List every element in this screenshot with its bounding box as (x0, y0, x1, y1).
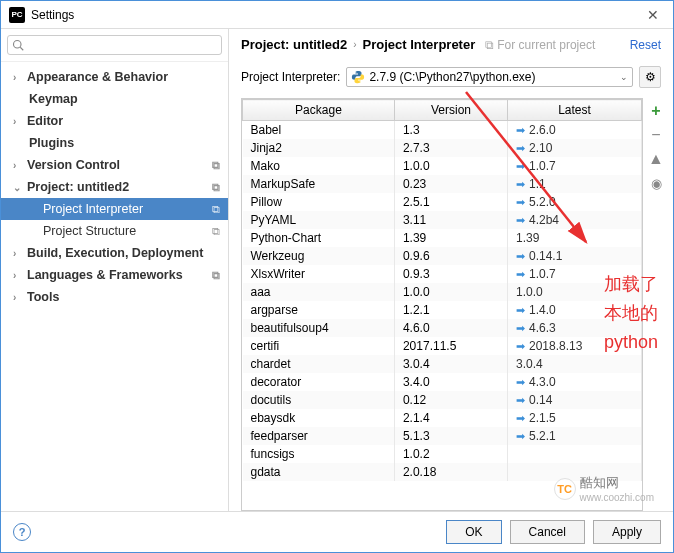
cell-latest (508, 445, 642, 463)
table-row[interactable]: Pillow2.5.1➡5.2.0 (243, 193, 642, 211)
cell-version: 1.39 (394, 229, 507, 247)
cell-latest: 1.39 (508, 229, 642, 247)
cell-version: 3.11 (394, 211, 507, 229)
cell-latest: ➡0.14.1 (508, 247, 642, 265)
breadcrumb-project[interactable]: Project: untitled2 (241, 37, 347, 52)
table-row[interactable]: docutils0.12➡0.14 (243, 391, 642, 409)
show-early-button[interactable]: ◉ (647, 174, 665, 192)
cell-latest: ➡2.1.5 (508, 409, 642, 427)
cancel-button[interactable]: Cancel (510, 520, 585, 544)
table-row[interactable]: gdata2.0.18 (243, 463, 642, 481)
interpreter-selected: 2.7.9 (C:\Python27\python.exe) (369, 70, 620, 84)
gear-button[interactable]: ⚙ (639, 66, 661, 88)
upgrade-arrow-icon: ➡ (516, 196, 525, 208)
cell-version: 3.0.4 (394, 355, 507, 373)
nav-version-control[interactable]: ›Version Control⧉ (1, 154, 228, 176)
col-package[interactable]: Package (243, 100, 395, 121)
table-row[interactable]: chardet3.0.43.0.4 (243, 355, 642, 373)
nav-project-structure[interactable]: Project Structure⧉ (1, 220, 228, 242)
upgrade-package-button[interactable]: ▲ (647, 150, 665, 168)
cell-version: 1.0.2 (394, 445, 507, 463)
nav-plugins[interactable]: Plugins (1, 132, 228, 154)
help-button[interactable]: ? (13, 523, 31, 541)
table-row[interactable]: Python-Chart1.391.39 (243, 229, 642, 247)
cell-version: 2017.11.5 (394, 337, 507, 355)
cell-package: beautifulsoup4 (243, 319, 395, 337)
table-row[interactable]: decorator3.4.0➡4.3.0 (243, 373, 642, 391)
cell-package: aaa (243, 283, 395, 301)
cell-latest: ➡1.0.7 (508, 157, 642, 175)
nav-editor[interactable]: ›Editor (1, 110, 228, 132)
cell-latest: ➡4.2b4 (508, 211, 642, 229)
table-row[interactable]: Jinja22.7.3➡2.10 (243, 139, 642, 157)
table-row[interactable]: PyYAML3.11➡4.2b4 (243, 211, 642, 229)
cell-version: 0.9.3 (394, 265, 507, 283)
cell-version: 2.0.18 (394, 463, 507, 481)
interpreter-label: Project Interpreter: (241, 70, 340, 84)
table-row[interactable]: certifi2017.11.5➡2018.8.13 (243, 337, 642, 355)
nav-keymap[interactable]: Keymap (1, 88, 228, 110)
search-input-wrap[interactable] (7, 35, 222, 55)
cell-latest: 1.0.0 (508, 283, 642, 301)
cell-version: 0.9.6 (394, 247, 507, 265)
table-row[interactable]: feedparser5.1.3➡5.2.1 (243, 427, 642, 445)
ok-button[interactable]: OK (446, 520, 501, 544)
upgrade-arrow-icon: ➡ (516, 250, 525, 262)
app-icon: PC (9, 7, 25, 23)
table-row[interactable]: Babel1.3➡2.6.0 (243, 121, 642, 140)
nav-project-interpreter[interactable]: Project Interpreter⧉ (1, 198, 228, 220)
cell-latest: ➡4.3.0 (508, 373, 642, 391)
col-version[interactable]: Version (394, 100, 507, 121)
upgrade-arrow-icon: ➡ (516, 214, 525, 226)
table-row[interactable]: beautifulsoup44.6.0➡4.6.3 (243, 319, 642, 337)
table-row[interactable]: MarkupSafe0.23➡1.1 (243, 175, 642, 193)
cell-latest: ➡5.2.1 (508, 427, 642, 445)
cell-version: 1.3 (394, 121, 507, 140)
table-row[interactable]: ebaysdk2.1.4➡2.1.5 (243, 409, 642, 427)
cell-package: decorator (243, 373, 395, 391)
cell-latest: ➡2.6.0 (508, 121, 642, 140)
window-title: Settings (31, 8, 641, 22)
cell-latest: ➡5.2.0 (508, 193, 642, 211)
nav-tools[interactable]: ›Tools (1, 286, 228, 308)
cell-package: MarkupSafe (243, 175, 395, 193)
copy-icon: ⧉ (212, 225, 220, 238)
chevron-down-icon: ⌄ (620, 72, 628, 82)
table-row[interactable]: Mako1.0.0➡1.0.7 (243, 157, 642, 175)
nav-project[interactable]: ⌄Project: untitled2⧉ (1, 176, 228, 198)
interpreter-select[interactable]: 2.7.9 (C:\Python27\python.exe) ⌄ (346, 67, 633, 87)
cell-latest: ➡2.10 (508, 139, 642, 157)
table-row[interactable]: funcsigs1.0.2 (243, 445, 642, 463)
for-current-project: ⧉For current project (485, 38, 595, 52)
copy-icon: ⧉ (212, 269, 220, 282)
gear-icon: ⚙ (645, 70, 656, 84)
table-row[interactable]: XlsxWriter0.9.3➡1.0.7 (243, 265, 642, 283)
cell-version: 0.23 (394, 175, 507, 193)
breadcrumb-interpreter: Project Interpreter (363, 37, 476, 52)
search-input[interactable] (28, 38, 217, 52)
table-row[interactable]: aaa1.0.01.0.0 (243, 283, 642, 301)
cell-package: certifi (243, 337, 395, 355)
upgrade-arrow-icon: ➡ (516, 124, 525, 136)
cell-package: chardet (243, 355, 395, 373)
cell-version: 4.6.0 (394, 319, 507, 337)
cell-version: 1.2.1 (394, 301, 507, 319)
apply-button[interactable]: Apply (593, 520, 661, 544)
close-icon[interactable]: ✕ (641, 7, 665, 23)
reset-link[interactable]: Reset (630, 38, 661, 52)
add-package-button[interactable]: + (647, 102, 665, 120)
nav-languages[interactable]: ›Languages & Frameworks⧉ (1, 264, 228, 286)
table-row[interactable]: argparse1.2.1➡1.4.0 (243, 301, 642, 319)
copy-icon: ⧉ (485, 38, 494, 52)
cell-version: 0.12 (394, 391, 507, 409)
upgrade-arrow-icon: ➡ (516, 178, 525, 190)
upgrade-arrow-icon: ➡ (516, 322, 525, 334)
nav-appearance[interactable]: ›Appearance & Behavior (1, 66, 228, 88)
cell-version: 1.0.0 (394, 283, 507, 301)
cell-package: Pillow (243, 193, 395, 211)
upgrade-arrow-icon: ➡ (516, 394, 525, 406)
col-latest[interactable]: Latest (508, 100, 642, 121)
nav-build[interactable]: ›Build, Execution, Deployment (1, 242, 228, 264)
table-row[interactable]: Werkzeug0.9.6➡0.14.1 (243, 247, 642, 265)
remove-package-button[interactable]: − (647, 126, 665, 144)
